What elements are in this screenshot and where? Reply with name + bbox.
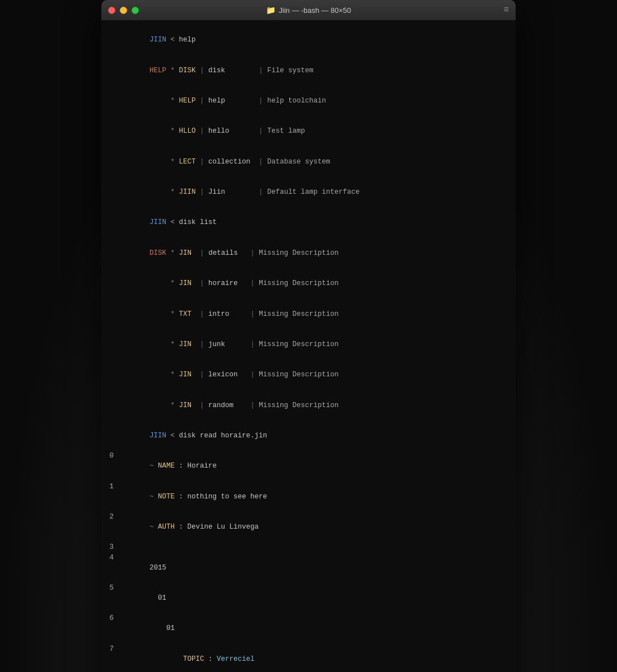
- line-1-note: 1 ~ NOTE : nothing to see here: [101, 482, 516, 512]
- line-jiin-disk-list: JIIN < disk list: [101, 207, 516, 237]
- line-7-topic1: 7 TOPIC : Verreciel: [101, 644, 516, 672]
- maximize-button[interactable]: [132, 7, 139, 14]
- line-disk-horaire: DISK * JIN | horaire | Missing Descripti…: [101, 268, 516, 298]
- minimize-button[interactable]: [120, 7, 127, 14]
- scrollbar-button[interactable]: ≡: [503, 5, 509, 15]
- line-disk-txt: DISK * TXT | intro | Missing Description: [101, 298, 516, 329]
- terminal-body[interactable]: JIIN < help HELP * DISK | disk | File sy…: [101, 20, 516, 672]
- line-disk-junk: DISK * JIN | junk | Missing Description: [101, 329, 516, 360]
- line-5-01: 5 01: [101, 583, 516, 613]
- titlebar: 📁 Jiin — -bash — 80×50 ≡: [101, 0, 516, 20]
- line-help-hllo: HELP * HLLO | hello | Test lamp: [101, 116, 516, 146]
- line-help-jiin: HELP * JIIN | Jiin | Default lamp interf…: [101, 177, 516, 207]
- title-label: Jiin — -bash — 80×50: [279, 6, 351, 15]
- line-disk-lexicon: DISK * JIN | lexicon | Missing Descripti…: [101, 360, 516, 390]
- traffic-lights: [108, 7, 139, 14]
- terminal-window: 📁 Jiin — -bash — 80×50 ≡ JIIN < help HEL…: [101, 0, 516, 672]
- close-button[interactable]: [108, 7, 115, 14]
- window-title: 📁 Jiin — -bash — 80×50: [266, 6, 351, 15]
- line-disk-random: DISK * JIN | random | Missing Descriptio…: [101, 390, 516, 421]
- line-3-blank: 3: [101, 542, 516, 552]
- folder-icon: 📁: [266, 6, 275, 15]
- line-jiin-help-prompt: JIIN < help: [101, 25, 516, 55]
- line-jiin-disk-read: JIIN < disk read horaire.jin: [101, 421, 516, 451]
- line-4-2015: 4 2015: [101, 553, 516, 583]
- line-disk-details: DISK * JIN | details | Missing Descripti…: [101, 238, 516, 268]
- line-6-01: 6 01: [101, 613, 516, 643]
- line-help-lect: HELP * LECT | collection | Database syst…: [101, 147, 516, 177]
- line-0-name: 0 ~ NAME : Horaire: [101, 451, 516, 481]
- line-help-help: HELP * HELP | help | help toolchain: [101, 86, 516, 116]
- line-2-auth: 2 ~ AUTH : Devine Lu Linvega: [101, 512, 516, 542]
- line-help-header: HELP * DISK | disk | File system: [101, 55, 516, 85]
